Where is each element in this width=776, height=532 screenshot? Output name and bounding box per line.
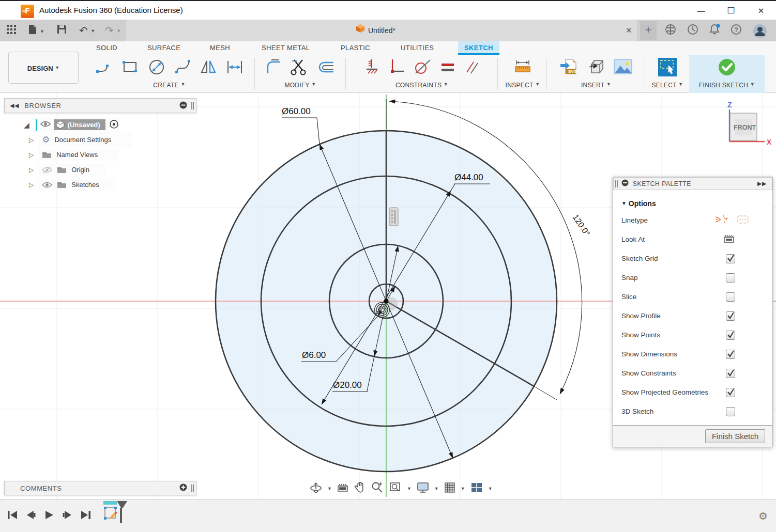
display-settings-dropdown[interactable]: ▼ — [434, 486, 439, 491]
show-dimensions-checkbox[interactable] — [726, 350, 735, 359]
orbit-dropdown[interactable]: ▼ — [327, 486, 332, 491]
show-projected-geometries-checkbox[interactable] — [726, 388, 735, 397]
viewports-icon[interactable] — [470, 481, 483, 496]
browser-root-row[interactable]: ◢ (Unsaved) — [4, 117, 196, 132]
dim-label-d44[interactable]: Ø44.00 — [454, 173, 483, 182]
constraint-equal-icon[interactable] — [439, 59, 456, 77]
dim-label-d60[interactable]: Ø60.00 — [282, 106, 311, 116]
select-tool-icon[interactable] — [657, 57, 678, 80]
zoom-fit-icon[interactable] — [389, 481, 402, 496]
slice-checkbox[interactable] — [726, 292, 735, 302]
pan-icon[interactable] — [354, 481, 366, 496]
insert-mesh-icon[interactable] — [586, 57, 606, 79]
new-tab-button[interactable]: + — [640, 21, 657, 40]
browser-menu-icon[interactable] — [179, 101, 187, 111]
expander-icon[interactable]: ▷ — [29, 136, 34, 144]
look-at-nav-icon[interactable] — [337, 482, 349, 495]
create-group-label[interactable]: CREATE ▼ — [85, 82, 253, 89]
create-spline-icon[interactable] — [174, 58, 192, 79]
select-group-label[interactable]: SELECT ▼ — [646, 82, 689, 89]
browser-item-sketches[interactable]: ▷ Sketches — [4, 177, 196, 192]
dim-label-d20[interactable]: Ø20.00 — [333, 380, 362, 390]
job-status-clock-icon[interactable] — [687, 24, 698, 37]
comments-panel[interactable]: COMMENTS — [4, 481, 196, 495]
tab-sheet-metal[interactable]: SHEET METAL — [262, 41, 310, 55]
zoom-fit-dropdown[interactable]: ▼ — [407, 486, 412, 491]
app-grid-icon[interactable] — [6, 24, 17, 37]
finish-sketch-button[interactable]: Finish Sketch — [705, 429, 765, 443]
create-circle-icon[interactable] — [147, 57, 166, 79]
create-rectangle-icon[interactable] — [121, 58, 140, 79]
orbit-icon[interactable] — [309, 481, 323, 496]
3d-sketch-checkbox[interactable] — [726, 407, 735, 416]
add-comment-icon[interactable] — [179, 483, 187, 493]
centerline-linetype-icon[interactable] — [736, 213, 750, 227]
zoom-icon[interactable] — [371, 481, 384, 496]
palette-header[interactable]: SKETCH PALETTE ▶▶ — [613, 177, 772, 190]
palette-grip[interactable] — [615, 180, 618, 187]
activate-radio-icon[interactable] — [110, 120, 118, 130]
timeline-step-forward-button[interactable] — [61, 509, 73, 523]
root-expander-icon[interactable]: ◢ — [24, 121, 29, 129]
show-constraints-checkbox[interactable] — [726, 369, 735, 378]
inspect-group-label[interactable]: INSPECT ▼ — [499, 82, 546, 89]
modify-trim-icon[interactable] — [290, 58, 309, 79]
palette-menu-icon[interactable] — [621, 179, 629, 188]
dim-label-angle[interactable]: 120.0° — [571, 213, 592, 238]
tab-mesh[interactable]: MESH — [210, 41, 230, 55]
document-tab-label[interactable]: Untitled* — [368, 26, 395, 35]
constraints-group-label[interactable]: CONSTRAINTS ▼ — [347, 82, 497, 89]
tab-sketch[interactable]: SKETCH — [458, 41, 499, 55]
finish-sketch-icon[interactable] — [717, 57, 737, 80]
snap-checkbox[interactable] — [726, 273, 735, 283]
file-menu-icon[interactable]: ▼ — [28, 24, 44, 37]
maximize-button[interactable]: ☐ — [726, 6, 736, 15]
vertical-constraint-badge[interactable] — [389, 208, 398, 226]
user-avatar[interactable] — [753, 24, 767, 40]
save-icon[interactable] — [57, 24, 67, 37]
construction-linetype-icon[interactable] — [714, 213, 728, 227]
modify-fillet-icon[interactable] — [265, 58, 283, 78]
root-visibility-eye-icon[interactable] — [40, 120, 51, 129]
tab-utilities[interactable]: UTILITIES — [401, 41, 434, 55]
browser-item-document-settings[interactable]: ▷ ⚙ Document Settings — [4, 132, 196, 147]
timeline-settings-gear-icon[interactable]: ⚙ — [758, 510, 768, 522]
timeline-step-back-button[interactable] — [25, 509, 37, 523]
timeline-play-button[interactable] — [43, 509, 55, 523]
constraint-perpendicular-icon[interactable] — [388, 58, 405, 79]
tab-surface[interactable]: SURFACE — [147, 41, 180, 55]
design-workspace-dropdown[interactable]: DESIGN ▼ — [8, 52, 79, 84]
browser-header[interactable]: ◀◀ BROWSER — [4, 98, 196, 113]
insert-group-label[interactable]: INSERT ▼ — [548, 82, 644, 89]
browser-item-named-views[interactable]: ▷ Named Views — [4, 147, 196, 162]
look-at-icon[interactable] — [723, 233, 735, 246]
browser-grip[interactable] — [191, 102, 194, 109]
timeline-go-to-end-button[interactable] — [80, 509, 92, 523]
visibility-eye-icon[interactable] — [42, 181, 52, 189]
expander-icon[interactable]: ▷ — [29, 151, 34, 159]
expander-icon[interactable]: ▷ — [29, 181, 34, 189]
tab-plastic[interactable]: PLASTIC — [341, 41, 370, 55]
viewcube-front-face[interactable]: FRONT — [734, 124, 756, 131]
grid-settings-icon[interactable] — [444, 481, 456, 496]
insert-svg-icon[interactable]: SVG — [559, 57, 579, 79]
minimize-button[interactable]: — — [696, 6, 706, 15]
constraint-parallel-icon[interactable] — [463, 58, 481, 78]
document-tab-close-icon[interactable]: ✕ — [626, 26, 632, 35]
grid-settings-dropdown[interactable]: ▼ — [461, 486, 465, 491]
create-mirror-icon[interactable] — [200, 58, 218, 79]
inspect-measure-icon[interactable] — [513, 58, 532, 78]
show-points-checkbox[interactable] — [726, 331, 735, 340]
modify-offset-icon[interactable] — [316, 58, 336, 78]
insert-image-icon[interactable] — [613, 58, 633, 78]
root-selected[interactable]: (Unsaved) — [54, 119, 105, 130]
redo-icon[interactable]: ↷ ▼ — [105, 24, 121, 37]
timeline-go-to-start-button[interactable] — [6, 509, 19, 523]
close-button[interactable]: ✕ — [756, 6, 766, 15]
create-line-icon[interactable] — [95, 58, 114, 79]
show-profile-checkbox[interactable] — [726, 311, 735, 321]
sketch-grid-checkbox[interactable] — [726, 254, 735, 263]
timeline-sketch-feature[interactable] — [103, 499, 130, 529]
create-dimension-icon[interactable] — [225, 58, 244, 79]
constraint-fixed-icon[interactable] — [363, 58, 381, 79]
